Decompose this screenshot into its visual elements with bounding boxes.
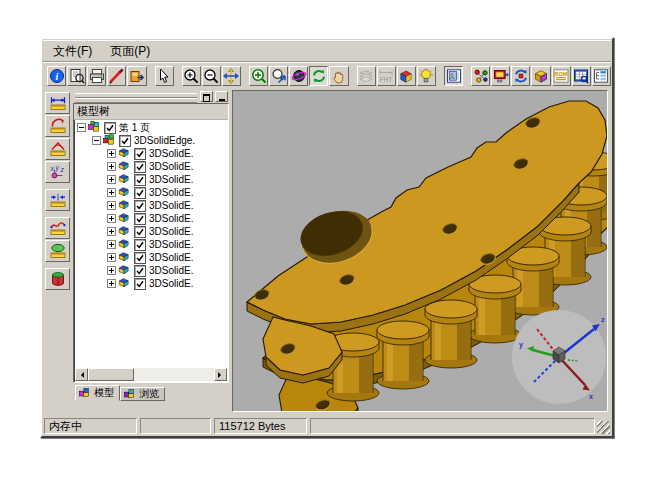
expand-plus-icon[interactable] [107, 162, 116, 171]
expand-plus-icon[interactable] [107, 149, 116, 158]
m-radius-icon [50, 118, 66, 134]
tree-item-checkbox[interactable] [134, 213, 146, 225]
redline-button[interactable] [107, 66, 126, 86]
expand-plus-icon[interactable] [107, 279, 116, 288]
expand-plus-icon[interactable] [107, 253, 116, 262]
3d-viewport[interactable]: zyx [232, 90, 608, 412]
lighting-button[interactable] [417, 66, 436, 86]
treeview-icon [593, 68, 609, 84]
expand-plus-icon[interactable] [107, 188, 116, 197]
part-node-icon [118, 199, 132, 212]
orbit-button[interactable] [289, 66, 308, 86]
expand-plus-icon[interactable] [107, 240, 116, 249]
measure-gap-button[interactable] [45, 189, 70, 211]
tree-item[interactable]: 3DSolidE. [75, 160, 227, 173]
scroll-track[interactable] [134, 368, 214, 381]
zoom-out-button[interactable] [202, 66, 221, 86]
tree-item[interactable]: 3DSolidE. [75, 264, 227, 277]
expand-plus-icon[interactable] [107, 201, 116, 210]
tree-item-label: 3DSolidE. [149, 174, 193, 185]
snapshot-button[interactable] [491, 66, 510, 86]
tree-caption: 模型树 [74, 104, 228, 120]
tree-item[interactable]: 3DSolidE. [75, 147, 227, 160]
panel-float-button[interactable] [200, 91, 213, 102]
scroll-right-button[interactable] [214, 368, 227, 381]
frame-view-button[interactable] [444, 66, 463, 86]
tree-item-checkbox[interactable] [134, 161, 146, 173]
expand-plus-icon[interactable] [107, 227, 116, 236]
tree-item[interactable]: 3DSolidE. [75, 212, 227, 225]
pan-hand-button[interactable] [329, 66, 348, 86]
measure-area-button[interactable] [45, 240, 70, 262]
print-preview-button[interactable] [67, 66, 86, 86]
resize-grip[interactable] [597, 421, 610, 434]
expand-plus-icon[interactable] [107, 266, 116, 275]
tree-item-checkbox[interactable] [134, 148, 146, 160]
pan-button[interactable] [222, 66, 241, 86]
tree-item-checkbox[interactable] [119, 135, 131, 147]
measure-distance-button[interactable] [45, 92, 70, 114]
zoom-select-button[interactable] [269, 66, 288, 86]
render-mode-button[interactable] [397, 66, 416, 86]
scroll-left-button[interactable] [75, 368, 88, 381]
explode-button[interactable] [471, 66, 490, 86]
tree-item[interactable]: 3DSolidE. [75, 251, 227, 264]
tree-item[interactable]: 3DSolidE. [75, 173, 227, 186]
menu-page[interactable]: 页面(P) [102, 41, 158, 62]
tree-item[interactable]: 3DSolidE. [75, 199, 227, 212]
solid-display-button[interactable] [531, 66, 550, 86]
tree-item[interactable]: 3DSolidE. [75, 277, 227, 290]
measure-radius-button[interactable] [45, 115, 70, 137]
tree-item-checkbox[interactable] [134, 174, 146, 186]
bom-button[interactable]: BOM [552, 66, 571, 86]
select-button[interactable] [155, 66, 174, 86]
measure-volume-button[interactable] [45, 268, 70, 290]
panel-hide-button[interactable] [215, 91, 228, 102]
info-icon: i [49, 68, 65, 84]
info-button[interactable]: i [47, 66, 66, 86]
tree-item[interactable]: 3DSolidE. [75, 225, 227, 238]
tree-toggle-button[interactable] [592, 66, 611, 86]
part-node-icon [118, 212, 132, 225]
measure-angle-button[interactable] [45, 138, 70, 160]
tree-item[interactable]: 3DSolidEdge. [75, 134, 227, 147]
export-button[interactable] [127, 66, 146, 86]
scroll-thumb[interactable] [88, 368, 134, 381]
expand-plus-icon[interactable] [107, 175, 116, 184]
tree-item-checkbox[interactable] [134, 252, 146, 264]
update-icon [513, 68, 529, 84]
report-button[interactable] [572, 66, 591, 86]
tab-model[interactable]: 模型 [75, 385, 120, 401]
preview-icon [69, 68, 85, 84]
part-node-icon [118, 238, 132, 251]
tree-item-checkbox[interactable] [134, 265, 146, 277]
menu-file[interactable]: 文件(F) [45, 41, 100, 62]
svg-text:z: z [59, 166, 64, 173]
collapse-minus-icon[interactable] [92, 136, 101, 145]
collapse-minus-icon[interactable] [77, 123, 86, 132]
spin-button[interactable] [309, 66, 328, 86]
tree-item-checkbox[interactable] [104, 122, 116, 134]
tree-item[interactable]: 3DSolidE. [75, 238, 227, 251]
tree-item[interactable]: 3DSolidE. [75, 186, 227, 199]
tree-item-checkbox[interactable] [134, 239, 146, 251]
zoom-window-button[interactable] [249, 66, 268, 86]
tree-item-checkbox[interactable] [134, 278, 146, 290]
tree-item-checkbox[interactable] [134, 187, 146, 199]
tabico2-icon [124, 388, 136, 400]
hand-icon [331, 68, 347, 84]
zoom-in-button[interactable] [182, 66, 201, 86]
measure-coordinate-button[interactable]: xyz [45, 161, 70, 183]
measure-curve-length-button[interactable] [45, 217, 70, 239]
tree-item-checkbox[interactable] [134, 200, 146, 212]
update-view-button[interactable] [511, 66, 530, 86]
print-button[interactable] [87, 66, 106, 86]
part-icon [118, 186, 131, 199]
panel-gripper[interactable] [73, 91, 229, 103]
tab-model-icon [79, 387, 92, 400]
expand-plus-icon[interactable] [107, 214, 116, 223]
part-icon [118, 199, 131, 212]
tree-item-checkbox[interactable] [134, 226, 146, 238]
tree-item[interactable]: 第 1 页 [75, 121, 227, 134]
tab-browse[interactable]: 浏览 [120, 387, 165, 401]
